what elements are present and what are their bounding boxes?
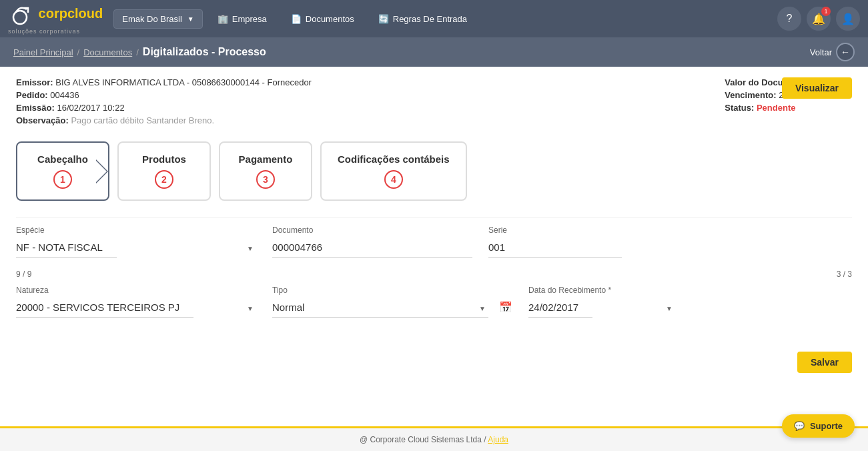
- tipo-group: Tipo Normal 📅: [272, 286, 512, 318]
- svg-point-0: [13, 11, 27, 24]
- form-row-2: Natureza 20000 - SERVICOS TERCEIROS PJ T…: [16, 286, 852, 318]
- documentos-label: Documentos: [306, 14, 354, 24]
- support-icon: 💬: [794, 421, 805, 431]
- support-label: Suporte: [810, 421, 843, 431]
- natureza-group: Natureza 20000 - SERVICOS TERCEIROS PJ: [16, 286, 256, 318]
- emissor-value: BIG ALVES INFORMATICA LTDA - 05086630000…: [55, 77, 312, 87]
- logo-sub: soluções corporativas: [8, 28, 103, 35]
- logo-corp: corp: [39, 6, 67, 21]
- data-select[interactable]: 24/02/2017: [528, 298, 592, 318]
- form-row-1: Espécie NF - NOTA FISCAL Documento Serie: [16, 226, 852, 258]
- emissor-label: Emissor:: [16, 77, 53, 87]
- documentos-icon: 📄: [291, 14, 302, 24]
- tipo-input-row: Normal 📅: [272, 298, 512, 318]
- company-label: Emak Do Brasil: [122, 14, 182, 24]
- back-label: Voltar: [810, 47, 832, 57]
- user-button[interactable]: 👤: [836, 7, 860, 31]
- breadcrumb-bar: Painel Principal / Documentos / Digitali…: [0, 37, 868, 67]
- especie-select[interactable]: NF - NOTA FISCAL: [16, 238, 117, 258]
- notification-button[interactable]: 🔔 1: [807, 7, 831, 31]
- nav-empresa[interactable]: 🏢 Empresa: [208, 10, 276, 28]
- natureza-select-wrapper: 20000 - SERVICOS TERCEIROS PJ: [16, 298, 256, 318]
- status-badge: Pendente: [757, 103, 796, 113]
- status-label: Status:: [725, 103, 754, 113]
- step-cabecalho-label: Cabeçalho: [33, 153, 92, 165]
- step-pagamento-num: 3: [256, 170, 275, 189]
- especie-group: Espécie NF - NOTA FISCAL: [16, 226, 256, 258]
- step-pagamento-label: Pagamento: [236, 153, 295, 165]
- serie-label: Serie: [488, 226, 622, 235]
- calendar-icon[interactable]: 📅: [499, 301, 512, 314]
- step-cabecalho[interactable]: Cabeçalho 1: [16, 141, 109, 201]
- header: corpcloud soluções corporativas Emak Do …: [0, 0, 868, 37]
- help-button[interactable]: ?: [777, 7, 801, 31]
- pedido-label: Pedido:: [16, 90, 48, 100]
- tipo-select-wrapper: Normal: [272, 298, 488, 318]
- step-codificacoes-num: 4: [384, 170, 403, 189]
- divider-1: [16, 217, 852, 217]
- documento-input[interactable]: [272, 238, 472, 258]
- serie-group: Serie: [488, 226, 622, 258]
- header-right: ? 🔔 1 👤: [777, 7, 860, 31]
- step-codificacoes[interactable]: Codificações contábeis 4: [320, 141, 467, 201]
- company-dropdown-arrow: ▼: [187, 15, 194, 23]
- observacao-value: Pago cartão débito Santander Breno.: [71, 115, 214, 125]
- especie-label: Espécie: [16, 226, 256, 235]
- regras-label: Regras De Entrada: [393, 14, 467, 24]
- main-content: Emissor: BIG ALVES INFORMATICA LTDA - 05…: [0, 67, 868, 426]
- help-icon: ?: [787, 13, 793, 25]
- documento-group: Documento: [272, 226, 472, 258]
- data-group: Data do Recebimento * 24/02/2017: [528, 286, 675, 318]
- pagination-row: 9 / 9 3 / 3: [16, 268, 852, 280]
- empresa-label: Empresa: [232, 14, 267, 24]
- pagination-left: 9 / 9: [16, 270, 31, 279]
- breadcrumb-current: Digitalizados - Processo: [143, 46, 266, 58]
- step-produtos[interactable]: Produtos 2: [117, 141, 211, 201]
- emissor-row: Emissor: BIG ALVES INFORMATICA LTDA - 05…: [16, 77, 698, 87]
- salvar-button[interactable]: Salvar: [797, 352, 852, 373]
- nav-documentos[interactable]: 📄 Documentos: [282, 10, 364, 28]
- tipo-select[interactable]: Normal: [272, 298, 488, 318]
- regras-icon: 🔄: [378, 14, 389, 24]
- logo-cloud: cloud: [67, 6, 103, 21]
- pagination-right: 3 / 3: [837, 270, 852, 279]
- back-button[interactable]: Voltar ←: [810, 43, 855, 61]
- vencimento-label: Vencimento:: [725, 90, 776, 100]
- logo: corpcloud soluções corporativas: [8, 3, 103, 35]
- company-dropdown[interactable]: Emak Do Brasil ▼: [113, 9, 202, 29]
- step-produtos-label: Produtos: [135, 153, 193, 165]
- pedido-value: 004436: [50, 90, 79, 100]
- status-row: Status: Pendente: [725, 103, 852, 113]
- user-icon: 👤: [841, 13, 855, 25]
- steps-container: Cabeçalho 1 Produtos 2 Pagamento 3 Codif…: [16, 141, 852, 201]
- document-info: Emissor: BIG ALVES INFORMATICA LTDA - 05…: [16, 77, 852, 128]
- natureza-select[interactable]: 20000 - SERVICOS TERCEIROS PJ: [16, 298, 193, 318]
- breadcrumb-sep1: /: [77, 47, 80, 57]
- footer-ajuda-link[interactable]: Ajuda: [488, 435, 508, 444]
- pedido-row: Pedido: 004436: [16, 90, 698, 100]
- visualizar-button[interactable]: Visualizar: [782, 77, 852, 99]
- observacao-row: Observação: Pago cartão débito Santander…: [16, 115, 698, 125]
- empresa-icon: 🏢: [218, 14, 228, 24]
- breadcrumb-sep2: /: [136, 47, 139, 57]
- doc-info-left: Emissor: BIG ALVES INFORMATICA LTDA - 05…: [16, 77, 698, 128]
- notification-badge: 1: [821, 7, 831, 16]
- logo-text: corpcloud: [8, 3, 103, 27]
- support-button[interactable]: 💬 Suporte: [782, 414, 855, 438]
- data-label: Data do Recebimento *: [528, 286, 675, 295]
- step-pagamento[interactable]: Pagamento 3: [219, 141, 312, 201]
- emissao-value: 16/02/2017 10:22: [57, 103, 124, 113]
- step-codificacoes-label: Codificações contábeis: [338, 153, 450, 165]
- emissao-row: Emissão: 16/02/2017 10:22: [16, 103, 698, 113]
- observacao-label: Observação:: [16, 115, 69, 125]
- especie-select-wrapper: NF - NOTA FISCAL: [16, 238, 256, 258]
- nav-regras-entrada[interactable]: 🔄 Regras De Entrada: [369, 10, 476, 28]
- tipo-label: Tipo: [272, 286, 512, 295]
- breadcrumb-painel[interactable]: Painel Principal: [13, 47, 73, 57]
- step-cabecalho-num: 1: [53, 170, 72, 189]
- documento-label: Documento: [272, 226, 472, 235]
- footer: @ Corporate Cloud Sistemas Ltda / Ajuda: [0, 426, 868, 451]
- serie-input[interactable]: [488, 238, 622, 258]
- back-circle-icon: ←: [836, 43, 855, 61]
- breadcrumb-documentos[interactable]: Documentos: [83, 47, 132, 57]
